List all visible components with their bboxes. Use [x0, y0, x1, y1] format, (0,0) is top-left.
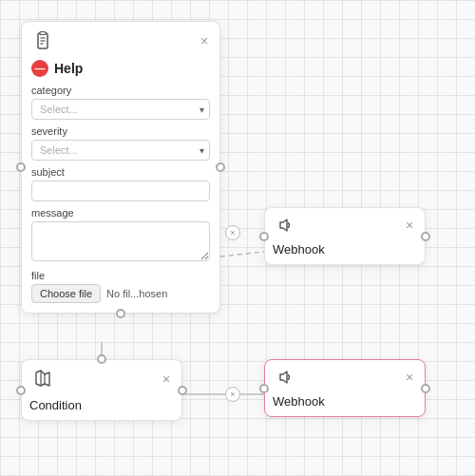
svg-line-0	[220, 252, 264, 257]
choose-file-button[interactable]: Choose file	[31, 284, 101, 303]
help-status-icon: —	[31, 60, 48, 77]
message-textarea[interactable]	[31, 221, 210, 261]
condition-close-button[interactable]: ×	[159, 371, 174, 387]
map-icon	[29, 366, 56, 392]
webhook1-header: ×	[265, 208, 425, 242]
file-label: file	[31, 270, 210, 281]
help-title-row: — Help	[31, 60, 210, 77]
webhook-node-2: × Webhook	[264, 359, 426, 417]
webhook2-left-connector[interactable]	[259, 384, 269, 393]
condition-header: ×	[22, 360, 181, 398]
webhook1-close-button[interactable]: ×	[402, 218, 417, 233]
svg-rect-4	[40, 32, 46, 35]
help-node-close-button[interactable]: ×	[197, 33, 212, 48]
severity-select[interactable]: Select...	[31, 140, 210, 161]
help-node-right-connector[interactable]	[216, 162, 225, 172]
clipboard-icon	[29, 28, 56, 54]
file-name-display: No fil...hosen	[106, 288, 167, 299]
condition-top-connector[interactable]	[97, 354, 106, 364]
svg-marker-12	[280, 371, 287, 383]
webhook-node-1: × Webhook	[264, 207, 426, 265]
category-label: category	[31, 85, 210, 96]
webhook2-title: Webhook	[265, 394, 425, 416]
svg-marker-8	[280, 219, 287, 231]
webhook2-speaker-icon	[273, 366, 295, 389]
webhook1-left-connector[interactable]	[259, 232, 269, 241]
webhook2-header: ×	[265, 360, 425, 394]
subject-label: subject	[31, 166, 210, 178]
condition-right-connector[interactable]	[178, 386, 187, 395]
message-label: message	[31, 207, 210, 219]
help-title-text: Help	[54, 61, 83, 76]
file-row: Choose file No fil...hosen	[31, 284, 210, 303]
category-select-wrapper: Select... ▾	[31, 99, 210, 120]
condition-title: Condition	[22, 398, 181, 420]
severity-label: severity	[31, 125, 210, 137]
webhook1-title: Webhook	[265, 242, 425, 264]
severity-select-wrapper: Select... ▾	[31, 140, 210, 161]
webhook1-right-connector[interactable]	[421, 232, 430, 241]
connector-x-1[interactable]: ×	[225, 225, 240, 240]
connector-x-2[interactable]: ×	[225, 387, 240, 402]
webhook1-speaker-icon	[273, 214, 295, 237]
help-node-left-connector[interactable]	[16, 162, 26, 172]
subject-input[interactable]	[31, 181, 210, 201]
svg-marker-9	[36, 371, 49, 386]
help-node-header: ×	[22, 22, 219, 58]
category-select[interactable]: Select...	[31, 99, 210, 120]
webhook2-close-button[interactable]: ×	[402, 370, 417, 385]
webhook2-right-connector[interactable]	[421, 384, 430, 393]
condition-node: × Condition	[21, 359, 182, 421]
condition-left-connector[interactable]	[16, 386, 26, 395]
help-node: × — Help category Select... ▾ severity S…	[21, 21, 220, 314]
help-node-body: — Help category Select... ▾ severity Sel…	[22, 58, 219, 313]
help-node-bottom-connector[interactable]	[116, 309, 125, 318]
